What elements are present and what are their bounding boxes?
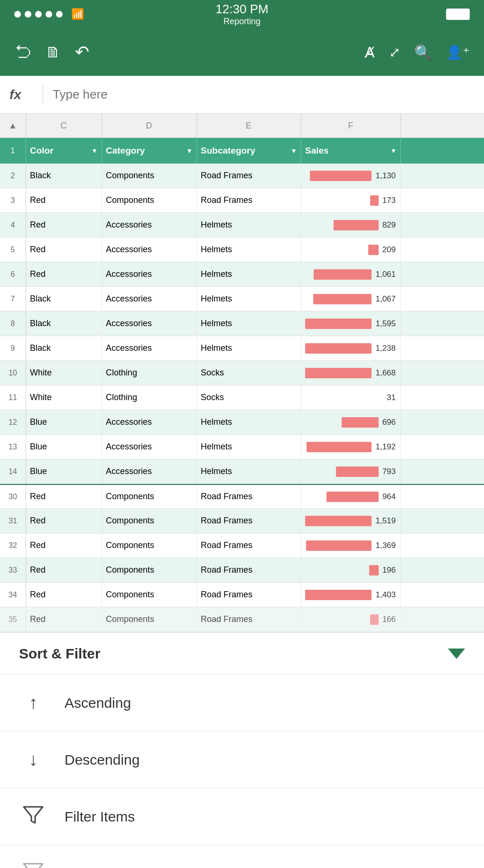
row-number: 2	[0, 164, 26, 188]
cell-subcategory: Socks	[197, 385, 301, 410]
table-header-row: 1 Color ▼ Category ▼ Subcategory ▼ Sales…	[0, 138, 484, 164]
cell-sales: 696	[301, 410, 401, 434]
cell-color: Black	[26, 287, 102, 311]
col-header-c: C	[26, 114, 102, 137]
sales-value: 196	[382, 566, 396, 575]
sales-value: 209	[382, 245, 396, 255]
header-color[interactable]: Color ▼	[26, 138, 102, 164]
cell-color: Blue	[26, 435, 102, 459]
table-row: 9BlackAccessoriesHelmets1,238	[0, 336, 484, 361]
formula-bar: fx	[0, 76, 484, 114]
file-icon[interactable]: 🗎	[46, 44, 61, 61]
menu-item-filter-items[interactable]: Filter Items	[0, 788, 484, 845]
sales-bar	[305, 516, 372, 526]
sales-filter-icon[interactable]: ▼	[390, 147, 397, 155]
cell-sales: 1,668	[301, 361, 401, 385]
cell-category: Components	[102, 188, 197, 212]
cell-subcategory: Helmets	[197, 410, 301, 434]
sales-value: 1,369	[375, 541, 396, 550]
table-row: 7BlackAccessoriesHelmets1,067	[0, 287, 484, 311]
header-category[interactable]: Category ▼	[102, 138, 197, 164]
cell-subcategory: Helmets	[197, 238, 301, 262]
cell-category: Accessories	[102, 459, 197, 484]
cell-sales: 1,130	[301, 164, 401, 188]
cell-color: Red	[26, 213, 102, 237]
ascending-label: Ascending	[65, 695, 131, 711]
cell-color: Blue	[26, 410, 102, 434]
sort-filter-chevron-icon[interactable]	[448, 649, 465, 659]
cell-subcategory: Road Frames	[197, 533, 301, 557]
menu-item-ascending[interactable]: ↑Ascending	[0, 675, 484, 731]
row-number: 32	[0, 533, 26, 557]
cell-color: Red	[26, 558, 102, 582]
cell-category: Accessories	[102, 336, 197, 360]
table-row: 35RedComponentsRoad Frames166	[0, 607, 484, 632]
sales-bar	[305, 590, 372, 600]
row-number: 12	[0, 410, 26, 434]
clear-filter-label: Clear Filter	[65, 866, 134, 868]
row-number: 7	[0, 287, 26, 311]
row-number: 3	[0, 188, 26, 212]
cell-subcategory: Road Frames	[197, 607, 301, 631]
toolbar: ⮌ 🗎 ↶ A̸ ⤢ 🔍 👤⁺	[0, 28, 484, 76]
cell-subcategory: Helmets	[197, 262, 301, 286]
cell-category: Accessories	[102, 311, 197, 336]
undo-button[interactable]: ↶	[75, 42, 89, 62]
header-sales[interactable]: Sales ▼	[301, 138, 401, 164]
row-number: 30	[0, 485, 26, 508]
menu-item-descending[interactable]: ↓Descending	[0, 731, 484, 788]
sales-value: 1,238	[375, 344, 396, 353]
cell-subcategory: Road Frames	[197, 164, 301, 188]
table-row: 2BlackComponentsRoad Frames1,130	[0, 164, 484, 188]
cell-subcategory: Road Frames	[197, 558, 301, 582]
table-row: 10WhiteClothingSocks1,668	[0, 361, 484, 385]
row-number: 14	[0, 459, 26, 484]
row-number: 34	[0, 583, 26, 607]
sales-value: 964	[382, 492, 396, 502]
cell-color: Blue	[26, 459, 102, 484]
filter-items-icon	[19, 804, 47, 830]
sales-value: 31	[387, 393, 396, 402]
sales-value: 1,130	[375, 171, 396, 181]
sales-bar	[334, 220, 379, 230]
cell-category: Accessories	[102, 262, 197, 286]
cell-color: Red	[26, 238, 102, 262]
cell-subcategory: Socks	[197, 361, 301, 385]
cell-sales: 209	[301, 238, 401, 262]
row-number: 8	[0, 311, 26, 336]
sales-value: 1,403	[375, 590, 396, 600]
cell-subcategory: Road Frames	[197, 583, 301, 607]
table-row: 12BlueAccessoriesHelmets696	[0, 410, 484, 435]
cell-color: Red	[26, 188, 102, 212]
col-header-f: F	[301, 114, 401, 137]
expand-icon[interactable]: ⤢	[389, 45, 400, 60]
subcategory-filter-icon[interactable]: ▼	[290, 147, 297, 155]
table-row: 3RedComponentsRoad Frames173	[0, 188, 484, 213]
header-subcategory[interactable]: Subcategory ▼	[197, 138, 301, 164]
formula-input[interactable]	[53, 87, 475, 102]
add-person-icon[interactable]: 👤⁺	[446, 45, 470, 60]
sales-value: 1,595	[375, 319, 396, 329]
menu-items-container: ↑Ascending↓DescendingFilter ItemsClear F…	[0, 675, 484, 868]
cell-sales: 1,369	[301, 533, 401, 557]
text-format-icon[interactable]: A̸	[365, 44, 375, 61]
cell-color: Red	[26, 485, 102, 508]
svg-marker-1	[24, 864, 43, 868]
cell-subcategory: Road Frames	[197, 188, 301, 212]
cell-color: Red	[26, 583, 102, 607]
formula-divider	[43, 85, 43, 104]
cell-subcategory: Helmets	[197, 311, 301, 336]
cell-color: Red	[26, 509, 102, 533]
sales-value: 1,519	[375, 516, 396, 526]
fx-label: fx	[9, 87, 33, 102]
cell-category: Accessories	[102, 238, 197, 262]
back-button[interactable]: ⮌	[14, 42, 31, 62]
category-filter-icon[interactable]: ▼	[186, 147, 193, 155]
cell-subcategory: Helmets	[197, 435, 301, 459]
cell-subcategory: Helmets	[197, 459, 301, 484]
search-icon[interactable]: 🔍	[414, 44, 432, 61]
color-filter-icon[interactable]: ▼	[91, 147, 98, 155]
sales-bar	[310, 171, 372, 181]
sort-filter-header[interactable]: Sort & Filter	[0, 632, 484, 675]
svg-marker-0	[24, 807, 43, 823]
